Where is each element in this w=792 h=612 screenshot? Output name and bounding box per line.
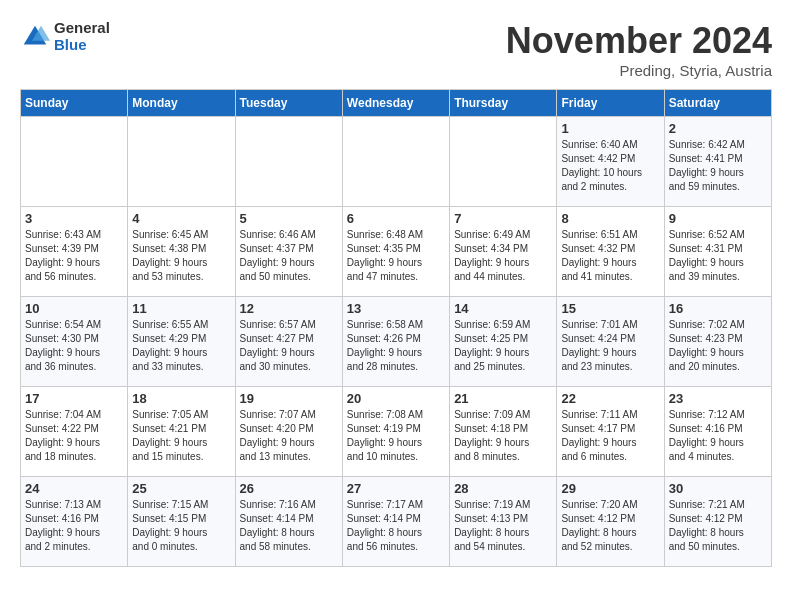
calendar-cell: 9Sunrise: 6:52 AM Sunset: 4:31 PM Daylig… (664, 207, 771, 297)
weekday-header: Saturday (664, 90, 771, 117)
calendar-header: SundayMondayTuesdayWednesdayThursdayFrid… (21, 90, 772, 117)
day-info: Sunrise: 6:40 AM Sunset: 4:42 PM Dayligh… (561, 138, 659, 194)
calendar-cell: 29Sunrise: 7:20 AM Sunset: 4:12 PM Dayli… (557, 477, 664, 567)
day-number: 3 (25, 211, 123, 226)
day-info: Sunrise: 6:45 AM Sunset: 4:38 PM Dayligh… (132, 228, 230, 284)
calendar-cell: 14Sunrise: 6:59 AM Sunset: 4:25 PM Dayli… (450, 297, 557, 387)
calendar-week-row: 3Sunrise: 6:43 AM Sunset: 4:39 PM Daylig… (21, 207, 772, 297)
calendar-week-row: 10Sunrise: 6:54 AM Sunset: 4:30 PM Dayli… (21, 297, 772, 387)
calendar-cell: 25Sunrise: 7:15 AM Sunset: 4:15 PM Dayli… (128, 477, 235, 567)
day-info: Sunrise: 7:12 AM Sunset: 4:16 PM Dayligh… (669, 408, 767, 464)
day-number: 24 (25, 481, 123, 496)
calendar-cell: 22Sunrise: 7:11 AM Sunset: 4:17 PM Dayli… (557, 387, 664, 477)
day-number: 29 (561, 481, 659, 496)
day-number: 25 (132, 481, 230, 496)
calendar-cell: 30Sunrise: 7:21 AM Sunset: 4:12 PM Dayli… (664, 477, 771, 567)
calendar-cell: 8Sunrise: 6:51 AM Sunset: 4:32 PM Daylig… (557, 207, 664, 297)
calendar-cell: 7Sunrise: 6:49 AM Sunset: 4:34 PM Daylig… (450, 207, 557, 297)
day-info: Sunrise: 7:21 AM Sunset: 4:12 PM Dayligh… (669, 498, 767, 554)
calendar-week-row: 1Sunrise: 6:40 AM Sunset: 4:42 PM Daylig… (21, 117, 772, 207)
weekday-header: Monday (128, 90, 235, 117)
day-info: Sunrise: 6:55 AM Sunset: 4:29 PM Dayligh… (132, 318, 230, 374)
logo: General Blue (20, 20, 110, 53)
calendar-cell: 27Sunrise: 7:17 AM Sunset: 4:14 PM Dayli… (342, 477, 449, 567)
weekday-header: Friday (557, 90, 664, 117)
calendar-cell (450, 117, 557, 207)
day-number: 23 (669, 391, 767, 406)
logo-blue: Blue (54, 37, 110, 54)
day-info: Sunrise: 6:46 AM Sunset: 4:37 PM Dayligh… (240, 228, 338, 284)
day-info: Sunrise: 7:17 AM Sunset: 4:14 PM Dayligh… (347, 498, 445, 554)
calendar-cell: 6Sunrise: 6:48 AM Sunset: 4:35 PM Daylig… (342, 207, 449, 297)
day-number: 8 (561, 211, 659, 226)
calendar-cell: 15Sunrise: 7:01 AM Sunset: 4:24 PM Dayli… (557, 297, 664, 387)
day-number: 30 (669, 481, 767, 496)
day-number: 14 (454, 301, 552, 316)
day-info: Sunrise: 7:05 AM Sunset: 4:21 PM Dayligh… (132, 408, 230, 464)
day-number: 28 (454, 481, 552, 496)
day-number: 5 (240, 211, 338, 226)
calendar-cell: 10Sunrise: 6:54 AM Sunset: 4:30 PM Dayli… (21, 297, 128, 387)
day-info: Sunrise: 6:54 AM Sunset: 4:30 PM Dayligh… (25, 318, 123, 374)
calendar-cell: 18Sunrise: 7:05 AM Sunset: 4:21 PM Dayli… (128, 387, 235, 477)
calendar-cell: 16Sunrise: 7:02 AM Sunset: 4:23 PM Dayli… (664, 297, 771, 387)
day-info: Sunrise: 7:08 AM Sunset: 4:19 PM Dayligh… (347, 408, 445, 464)
header-row: SundayMondayTuesdayWednesdayThursdayFrid… (21, 90, 772, 117)
day-number: 15 (561, 301, 659, 316)
day-info: Sunrise: 6:52 AM Sunset: 4:31 PM Dayligh… (669, 228, 767, 284)
day-info: Sunrise: 7:15 AM Sunset: 4:15 PM Dayligh… (132, 498, 230, 554)
logo-icon (20, 22, 50, 52)
day-info: Sunrise: 7:04 AM Sunset: 4:22 PM Dayligh… (25, 408, 123, 464)
day-number: 7 (454, 211, 552, 226)
month-title: November 2024 (506, 20, 772, 62)
calendar-cell: 24Sunrise: 7:13 AM Sunset: 4:16 PM Dayli… (21, 477, 128, 567)
calendar-cell: 5Sunrise: 6:46 AM Sunset: 4:37 PM Daylig… (235, 207, 342, 297)
day-info: Sunrise: 6:59 AM Sunset: 4:25 PM Dayligh… (454, 318, 552, 374)
day-info: Sunrise: 6:58 AM Sunset: 4:26 PM Dayligh… (347, 318, 445, 374)
calendar-table: SundayMondayTuesdayWednesdayThursdayFrid… (20, 89, 772, 567)
day-info: Sunrise: 7:07 AM Sunset: 4:20 PM Dayligh… (240, 408, 338, 464)
calendar-cell: 2Sunrise: 6:42 AM Sunset: 4:41 PM Daylig… (664, 117, 771, 207)
day-info: Sunrise: 6:48 AM Sunset: 4:35 PM Dayligh… (347, 228, 445, 284)
calendar-week-row: 17Sunrise: 7:04 AM Sunset: 4:22 PM Dayli… (21, 387, 772, 477)
calendar-cell: 12Sunrise: 6:57 AM Sunset: 4:27 PM Dayli… (235, 297, 342, 387)
weekday-header: Tuesday (235, 90, 342, 117)
day-number: 2 (669, 121, 767, 136)
title-area: November 2024 Preding, Styria, Austria (506, 20, 772, 79)
day-info: Sunrise: 6:49 AM Sunset: 4:34 PM Dayligh… (454, 228, 552, 284)
day-number: 9 (669, 211, 767, 226)
day-number: 26 (240, 481, 338, 496)
location: Preding, Styria, Austria (506, 62, 772, 79)
logo-text: General Blue (54, 20, 110, 53)
day-number: 22 (561, 391, 659, 406)
day-info: Sunrise: 7:09 AM Sunset: 4:18 PM Dayligh… (454, 408, 552, 464)
day-number: 17 (25, 391, 123, 406)
day-number: 12 (240, 301, 338, 316)
day-info: Sunrise: 7:20 AM Sunset: 4:12 PM Dayligh… (561, 498, 659, 554)
day-number: 11 (132, 301, 230, 316)
day-number: 10 (25, 301, 123, 316)
day-number: 20 (347, 391, 445, 406)
calendar-cell (21, 117, 128, 207)
logo-general: General (54, 20, 110, 37)
calendar-cell: 21Sunrise: 7:09 AM Sunset: 4:18 PM Dayli… (450, 387, 557, 477)
calendar-body: 1Sunrise: 6:40 AM Sunset: 4:42 PM Daylig… (21, 117, 772, 567)
day-number: 4 (132, 211, 230, 226)
day-number: 16 (669, 301, 767, 316)
calendar-cell: 11Sunrise: 6:55 AM Sunset: 4:29 PM Dayli… (128, 297, 235, 387)
day-number: 19 (240, 391, 338, 406)
day-number: 18 (132, 391, 230, 406)
day-info: Sunrise: 7:02 AM Sunset: 4:23 PM Dayligh… (669, 318, 767, 374)
day-number: 21 (454, 391, 552, 406)
weekday-header: Wednesday (342, 90, 449, 117)
day-info: Sunrise: 7:11 AM Sunset: 4:17 PM Dayligh… (561, 408, 659, 464)
day-info: Sunrise: 6:42 AM Sunset: 4:41 PM Dayligh… (669, 138, 767, 194)
calendar-cell: 1Sunrise: 6:40 AM Sunset: 4:42 PM Daylig… (557, 117, 664, 207)
calendar-cell: 13Sunrise: 6:58 AM Sunset: 4:26 PM Dayli… (342, 297, 449, 387)
weekday-header: Thursday (450, 90, 557, 117)
day-info: Sunrise: 7:01 AM Sunset: 4:24 PM Dayligh… (561, 318, 659, 374)
calendar-cell: 28Sunrise: 7:19 AM Sunset: 4:13 PM Dayli… (450, 477, 557, 567)
calendar-cell: 3Sunrise: 6:43 AM Sunset: 4:39 PM Daylig… (21, 207, 128, 297)
day-info: Sunrise: 7:13 AM Sunset: 4:16 PM Dayligh… (25, 498, 123, 554)
day-number: 1 (561, 121, 659, 136)
